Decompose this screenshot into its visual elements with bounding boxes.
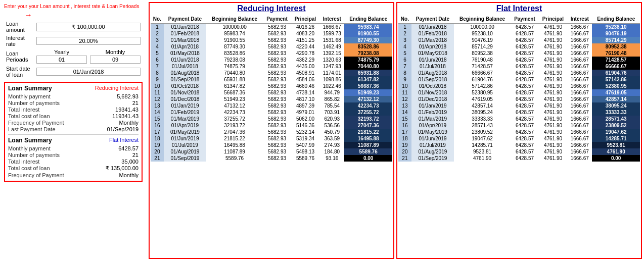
row-interest: 1666.67	[567, 76, 592, 83]
row-principal: 4761.90	[539, 116, 567, 122]
row-date: 01/Feb/2019	[411, 109, 454, 116]
summary-row-value: 01/Sep/2019	[98, 126, 139, 132]
row-date: 01/Jul/2018	[411, 63, 454, 70]
row-ending: 42234.73	[344, 102, 392, 109]
row-date: 01/Aug/2019	[164, 148, 206, 155]
row-ending: 76190.48	[592, 50, 640, 57]
row-interest: 944.79	[319, 89, 344, 96]
row-payment: 6428.57	[511, 76, 539, 83]
table-row: 1301/Jan/201942857.146428.574761.901666.…	[398, 102, 640, 109]
row-date: 01/Jun/2018	[411, 57, 454, 63]
row-begin: 79238.08	[206, 57, 263, 63]
monthly-value[interactable]: 09	[90, 56, 141, 64]
row-date: 01/Jul/2019	[164, 142, 206, 148]
row-begin: 32193.72	[206, 122, 263, 129]
summary-row-value: 6428.57	[98, 145, 139, 151]
row-no: 21	[151, 155, 164, 162]
row-interest: 1531.68	[319, 37, 344, 43]
row-interest: 1462.49	[319, 43, 344, 50]
row-no: 20	[151, 148, 164, 155]
row-ending: 56687.36	[344, 83, 392, 89]
table-row: 901/Sep/201861904.766428.574761.901666.6…	[398, 76, 640, 83]
row-principal: 4761.90	[539, 102, 567, 109]
summary-flat-subtitle: Flat Interest	[109, 137, 139, 144]
row-payment: 5682.93	[263, 142, 291, 148]
row-begin: 56687.36	[206, 89, 263, 96]
row-ending: 61904.76	[592, 70, 640, 76]
row-interest: 1666.67	[567, 57, 592, 63]
table-row: 1201/Dec/201847619.056428.574761.901666.…	[398, 96, 640, 102]
row-ending: 70440.80	[344, 63, 392, 70]
row-interest: 1174.01	[319, 70, 344, 76]
row-interest: 450.79	[319, 129, 344, 135]
table-row: 1901/Jul/201916495.885682.935407.99274.9…	[151, 142, 392, 148]
row-principal: 4584.06	[291, 76, 319, 83]
row-principal: 5146.36	[291, 122, 319, 129]
flat-section: Flat Interest No.Payment DateBeginning B…	[396, 2, 642, 259]
summary-row-label: Number of payments	[8, 152, 60, 158]
summary-row: Number of payments21	[8, 100, 139, 106]
row-ending: 32193.72	[344, 116, 392, 122]
row-principal: 4083.20	[291, 30, 319, 37]
row-begin: 100000.00	[454, 24, 511, 31]
row-payment: 6428.57	[511, 63, 539, 70]
row-begin: 51949.23	[206, 96, 263, 102]
loan-periods-label: Loan Perioads	[4, 48, 34, 65]
row-payment: 6428.57	[511, 70, 539, 76]
row-payment: 6428.57	[511, 89, 539, 96]
row-principal: 4897.39	[291, 102, 319, 109]
row-no: 10	[151, 83, 164, 89]
table-row: 401/Apr/201885714.296428.574761.901666.6…	[398, 43, 640, 50]
row-interest: 1666.67	[567, 63, 592, 70]
summary-row-value: 119341.43	[98, 113, 139, 119]
table-header: Principal	[291, 15, 319, 24]
table-row: 1701/May/201923809.526428.574761.901666.…	[398, 129, 640, 135]
table-row: 201/Feb/201895983.745682.934083.201599.7…	[151, 30, 392, 37]
row-no: 18	[398, 135, 411, 142]
row-principal: 5498.13	[291, 148, 319, 155]
row-date: 01/Feb/2018	[411, 30, 454, 37]
row-interest: 1666.67	[567, 96, 592, 102]
row-principal: 4362.29	[291, 57, 319, 63]
row-begin: 11087.89	[206, 148, 263, 155]
row-interest: 1666.67	[567, 148, 592, 155]
row-payment: 5682.93	[263, 116, 291, 122]
row-begin: 80952.38	[454, 50, 511, 57]
table-row: 901/Sep/201865931.885682.934584.061098.8…	[151, 76, 392, 83]
row-date: 01/Sep/2019	[411, 155, 454, 162]
row-principal: 4761.90	[539, 155, 567, 162]
table-header: Beginning Balance	[454, 15, 511, 24]
row-principal: 5062.00	[291, 116, 319, 122]
table-row: 1201/Dec/201851949.235682.934817.10865.8…	[151, 96, 392, 102]
row-date: 01/May/2019	[411, 129, 454, 135]
table-header: Payment	[511, 15, 539, 24]
row-date: 01/Jun/2019	[164, 135, 206, 142]
row-ending: 91900.55	[344, 30, 392, 37]
row-payment: 6428.57	[511, 24, 539, 31]
start-date-value[interactable]: 01/Jan/2018	[36, 68, 141, 76]
loan-amount-value[interactable]: ₹ 100,000.00	[36, 23, 141, 31]
row-payment: 5682.93	[263, 57, 291, 63]
table-row: 1001/Oct/201857142.866428.574761.901666.…	[398, 83, 640, 89]
row-no: 13	[151, 102, 164, 109]
row-interest: 1599.73	[319, 30, 344, 37]
row-payment: 6428.57	[511, 57, 539, 63]
row-ending: 57142.86	[592, 76, 640, 83]
row-principal: 4761.90	[539, 129, 567, 135]
row-interest: 1666.67	[567, 43, 592, 50]
row-principal: 4979.01	[291, 109, 319, 116]
table-row: 1101/Nov/201856687.365682.934738.14944.7…	[151, 89, 392, 96]
table-row: 601/Jun/201879238.085682.934362.291320.6…	[151, 57, 392, 63]
row-principal: 4761.90	[539, 96, 567, 102]
interest-rate-value[interactable]: 20.00%	[36, 37, 141, 45]
flat-title: Flat Interest	[398, 4, 640, 13]
row-no: 8	[151, 70, 164, 76]
yearly-value[interactable]: 01	[36, 56, 87, 64]
row-date: 01/Jun/2018	[164, 57, 206, 63]
summary-row-label: Last Payment Date	[8, 126, 56, 132]
row-ending: 0.00	[344, 155, 392, 162]
row-date: 01/Mar/2018	[411, 37, 454, 43]
table-row: 701/Jul/201871428.576428.574761.901666.6…	[398, 63, 640, 70]
row-no: 12	[398, 96, 411, 102]
table-row: 701/Jul/201874875.795682.934435.001247.9…	[151, 63, 392, 70]
